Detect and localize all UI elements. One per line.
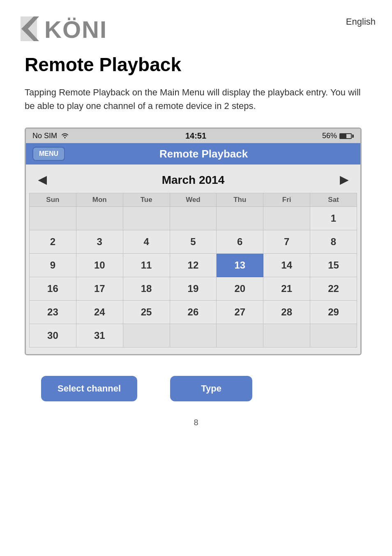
calendar-day-cell[interactable]: 19 (170, 277, 217, 301)
calendar-day-cell[interactable]: 23 (30, 301, 76, 324)
battery-percent: 56% (322, 132, 337, 140)
svg-point-3 (65, 137, 66, 138)
calendar: ◀ March 2014 ▶ SunMonTueWedThuFriSat 123… (26, 164, 360, 354)
calendar-day-cell[interactable]: 28 (263, 301, 310, 324)
month-year-label: March 2014 (162, 174, 225, 187)
calendar-day-cell[interactable]: 8 (310, 230, 357, 254)
calendar-day-cell[interactable]: 9 (30, 254, 76, 277)
nav-bar: MENU Remote Playback (26, 143, 360, 164)
calendar-day-cell (123, 207, 170, 230)
calendar-day-cell (170, 324, 217, 348)
calendar-day-cell (310, 324, 357, 348)
page-description: Tapping Remote Playback on the Main Menu… (25, 86, 362, 113)
page-number: 8 (25, 418, 367, 427)
calendar-day-cell (170, 207, 217, 230)
carrier-label: No SIM (32, 132, 57, 140)
svg-text:KÖNIG: KÖNIG (44, 16, 107, 43)
calendar-day-cell[interactable]: 25 (123, 301, 170, 324)
calendar-day-cell[interactable]: 21 (263, 277, 310, 301)
calendar-day-cell[interactable]: 27 (217, 301, 263, 324)
calendar-grid: SunMonTueWedThuFriSat 123456789101112131… (29, 193, 357, 348)
calendar-day-cell[interactable]: 26 (170, 301, 217, 324)
menu-button[interactable]: MENU (32, 147, 65, 161)
calendar-day-header: Wed (170, 193, 217, 207)
phone-screen: No SIM 14:51 56% (25, 127, 362, 355)
calendar-day-cell[interactable]: 15 (310, 254, 357, 277)
calendar-day-header: Fri (263, 193, 310, 207)
calendar-day-cell (263, 324, 310, 348)
calendar-day-cell[interactable]: 24 (76, 301, 123, 324)
next-month-button[interactable]: ▶ (336, 172, 352, 188)
calendar-day-cell[interactable]: 17 (76, 277, 123, 301)
calendar-day-header: Mon (76, 193, 123, 207)
calendar-day-cell[interactable]: 29 (310, 301, 357, 324)
bottom-buttons: Select channel Type (25, 376, 367, 401)
logo: KÖNIG (16, 12, 107, 45)
calendar-day-cell[interactable]: 4 (123, 230, 170, 254)
calendar-day-cell[interactable]: 3 (76, 230, 123, 254)
language-label: English (346, 12, 376, 27)
battery-icon (339, 133, 354, 139)
select-channel-button[interactable]: Select channel (41, 376, 137, 401)
calendar-day-cell[interactable]: 12 (170, 254, 217, 277)
calendar-day-cell (123, 324, 170, 348)
nav-title: Remote Playback (71, 148, 360, 160)
calendar-day-cell (217, 324, 263, 348)
calendar-day-cell (76, 207, 123, 230)
calendar-day-cell[interactable]: 30 (30, 324, 76, 348)
type-button[interactable]: Type (170, 376, 252, 401)
calendar-day-cell[interactable]: 13 (217, 254, 263, 277)
calendar-day-cell[interactable]: 22 (310, 277, 357, 301)
calendar-day-cell[interactable]: 16 (30, 277, 76, 301)
calendar-day-header: Sat (310, 193, 357, 207)
wifi-icon (60, 132, 69, 140)
calendar-day-cell[interactable]: 6 (217, 230, 263, 254)
status-bar: No SIM 14:51 56% (26, 129, 360, 143)
calendar-day-cell[interactable]: 1 (310, 207, 357, 230)
calendar-day-cell (263, 207, 310, 230)
calendar-day-cell (217, 207, 263, 230)
calendar-day-cell[interactable]: 7 (263, 230, 310, 254)
page-title: Remote Playback (25, 53, 367, 76)
calendar-day-cell[interactable]: 31 (76, 324, 123, 348)
calendar-day-cell (30, 207, 76, 230)
calendar-day-cell[interactable]: 5 (170, 230, 217, 254)
calendar-day-cell[interactable]: 2 (30, 230, 76, 254)
calendar-day-cell[interactable]: 18 (123, 277, 170, 301)
prev-month-button[interactable]: ◀ (34, 172, 51, 188)
calendar-header: ◀ March 2014 ▶ (29, 169, 357, 191)
calendar-day-cell[interactable]: 10 (76, 254, 123, 277)
calendar-day-cell[interactable]: 20 (217, 277, 263, 301)
calendar-day-cell[interactable]: 11 (123, 254, 170, 277)
calendar-day-header: Sun (30, 193, 76, 207)
time-label: 14:51 (185, 131, 206, 141)
calendar-day-header: Tue (123, 193, 170, 207)
calendar-day-header: Thu (217, 193, 263, 207)
calendar-day-cell[interactable]: 14 (263, 254, 310, 277)
